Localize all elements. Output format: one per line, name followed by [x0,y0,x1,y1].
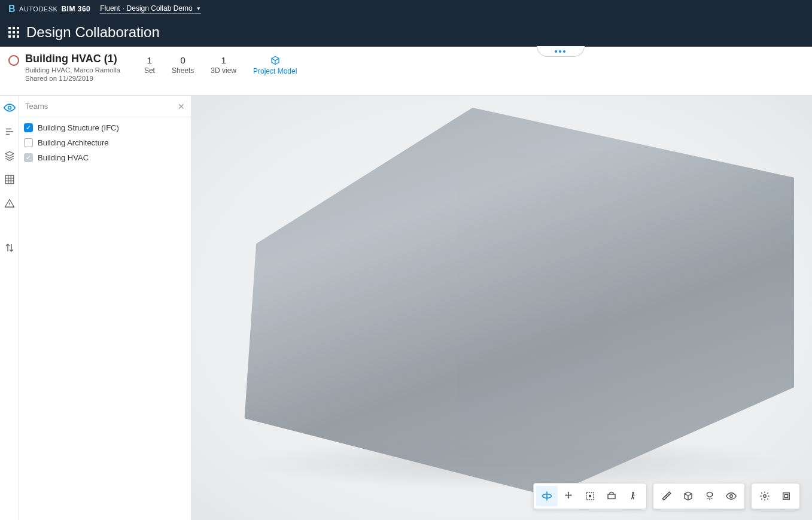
brand-prefix: AUTODESK [19,5,57,13]
zoom-extents-icon[interactable] [579,486,601,506]
main-area: Teams ✕ ✓ Building Structure (IFC) Build… [0,96,812,520]
stat-3dview[interactable]: 1 3D view [211,55,236,75]
package-stats: 1 Set 0 Sheets 1 3D view Project Model [144,55,297,75]
measure-icon[interactable] [656,486,677,506]
project-breadcrumb[interactable]: Fluent › Design Collab Demo ▼ [100,4,200,14]
brand-product: BIM 360 [61,5,90,13]
product-logo: B AUTODESK BIM 360 [8,4,90,14]
pan-icon[interactable] [558,486,579,506]
top-header: B AUTODESK BIM 360 Fluent › Design Colla… [0,0,812,47]
checkbox-icon[interactable]: ✓ [24,123,33,132]
walk-icon[interactable] [622,486,644,506]
team-label: Building Architecture [38,138,109,147]
module-title: Design Collaboration [26,24,160,41]
nav-toolbar [533,483,647,509]
package-header: ••• Building HVAC (1) Building HVAC, Mar… [0,47,812,96]
top-row: B AUTODESK BIM 360 Fluent › Design Colla… [0,0,812,18]
layers-icon[interactable] [2,148,17,163]
team-label: Building HVAC [38,153,89,162]
breadcrumb-root: Fluent [100,4,120,13]
svg-rect-5 [608,494,615,499]
bim-logo-icon: B [8,4,16,14]
team-label: Building Structure (IFC) [38,123,119,132]
svg-point-6 [632,492,634,494]
settings-icon[interactable] [754,486,775,506]
levels-icon[interactable] [2,124,17,139]
grid-icon[interactable] [2,172,17,187]
model-viewer[interactable] [191,96,812,520]
svg-point-4 [589,495,591,497]
close-icon[interactable]: ✕ [178,102,185,111]
timeline-pull-tab[interactable]: ••• [537,46,585,57]
settings-toolbar [751,483,800,509]
svg-rect-1 [5,175,14,184]
package-author: Building HVAC, Marco Ramolla [25,66,120,74]
teams-list: ✓ Building Structure (IFC) Building Arch… [19,117,191,168]
warning-icon[interactable] [2,196,17,211]
chevron-right-icon: › [123,5,124,11]
explode-icon[interactable] [699,486,720,506]
teams-panel-title: Teams [25,102,48,111]
team-item-hvac[interactable]: ✓ Building HVAC [24,153,186,162]
package-title: Building HVAC (1) [25,53,120,65]
cube-icon [270,55,280,66]
stat-set[interactable]: 1 Set [144,55,155,75]
checkbox-icon[interactable]: ✓ [24,153,33,162]
teams-panel-header: Teams ✕ [19,96,191,117]
checkbox-icon[interactable] [24,138,33,147]
fullscreen-icon[interactable] [775,486,797,506]
caret-down-icon: ▼ [196,6,201,11]
section-icon[interactable] [677,486,699,506]
svg-point-8 [764,495,767,498]
package-info: Building HVAC (1) Building HVAC, Marco R… [8,53,120,82]
package-shared-date: Shared on 11/29/2019 [25,75,120,82]
svg-rect-9 [783,493,790,500]
package-status-icon [8,55,19,66]
stat-sheets[interactable]: 0 Sheets [172,55,194,75]
svg-point-7 [730,495,733,498]
eye-icon[interactable] [2,101,17,115]
visibility-icon[interactable] [720,486,742,506]
title-row: Design Collaboration [0,18,812,47]
team-item-architecture[interactable]: Building Architecture [24,138,186,147]
orbit-icon[interactable] [536,486,558,506]
tools-toolbar [653,483,745,509]
left-rail [0,96,19,520]
svg-point-0 [8,107,11,110]
compare-icon[interactable] [2,241,17,255]
svg-rect-10 [784,494,787,497]
module-switcher-icon[interactable] [8,27,19,38]
viewer-toolbars [533,483,800,509]
first-person-icon[interactable] [601,486,622,506]
breadcrumb-project: Design Collab Demo [127,4,193,13]
team-item-structure[interactable]: ✓ Building Structure (IFC) [24,123,186,132]
teams-panel: Teams ✕ ✓ Building Structure (IFC) Build… [19,96,191,520]
stat-project-model[interactable]: Project Model [253,55,297,75]
